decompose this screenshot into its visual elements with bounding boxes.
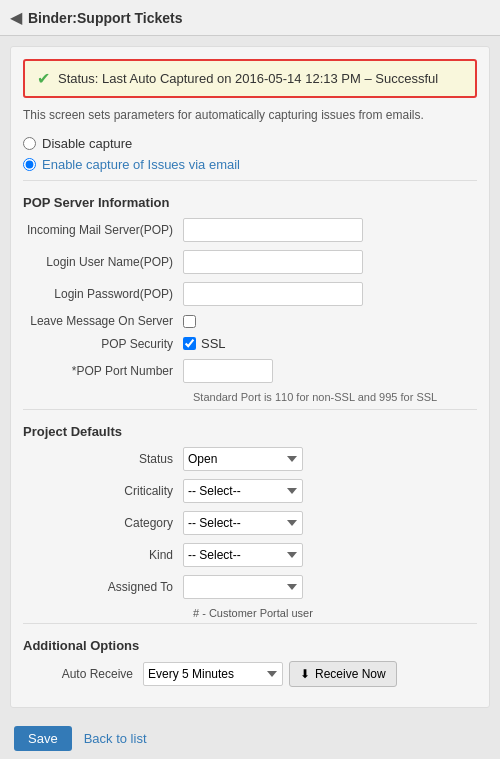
category-select[interactable]: -- Select-- bbox=[183, 511, 303, 535]
screen-description: This screen sets parameters for automati… bbox=[23, 108, 477, 122]
page-header: ◀ Binder:Support Tickets bbox=[0, 0, 500, 36]
status-row: Status Open bbox=[23, 447, 477, 471]
incoming-mail-input[interactable] bbox=[183, 218, 363, 242]
enable-capture-option[interactable]: Enable capture of Issues via email bbox=[23, 157, 477, 172]
project-defaults-title: Project Defaults bbox=[23, 424, 477, 439]
category-row: Category -- Select-- bbox=[23, 511, 477, 535]
receive-now-button[interactable]: ⬇ Receive Now bbox=[289, 661, 397, 687]
login-password-row: Login Password(POP) bbox=[23, 282, 477, 306]
incoming-mail-row: Incoming Mail Server(POP) bbox=[23, 218, 477, 242]
criticality-row: Criticality -- Select-- bbox=[23, 479, 477, 503]
back-icon[interactable]: ◀ bbox=[10, 8, 22, 27]
main-content: ✔ Status: Last Auto Captured on 2016-05-… bbox=[10, 46, 490, 708]
receive-now-icon: ⬇ bbox=[300, 667, 310, 681]
capture-options: Disable capture Enable capture of Issues… bbox=[23, 136, 477, 172]
disable-capture-radio[interactable] bbox=[23, 137, 36, 150]
criticality-label: Criticality bbox=[23, 484, 183, 498]
login-password-input[interactable] bbox=[183, 282, 363, 306]
auto-receive-row: Auto Receive Every 5 Minutes ⬇ Receive N… bbox=[23, 661, 477, 687]
ssl-option: SSL bbox=[183, 336, 226, 351]
assigned-to-label: Assigned To bbox=[23, 580, 183, 594]
assigned-to-select[interactable] bbox=[183, 575, 303, 599]
kind-select[interactable]: -- Select-- bbox=[183, 543, 303, 567]
pop-port-input[interactable] bbox=[183, 359, 273, 383]
disable-capture-option[interactable]: Disable capture bbox=[23, 136, 477, 151]
pop-section-title: POP Server Information bbox=[23, 195, 477, 210]
receive-now-label: Receive Now bbox=[315, 667, 386, 681]
kind-row: Kind -- Select-- bbox=[23, 543, 477, 567]
leave-message-row: Leave Message On Server bbox=[23, 314, 477, 328]
leave-message-checkbox[interactable] bbox=[183, 315, 196, 328]
save-button[interactable]: Save bbox=[14, 726, 72, 751]
pop-security-row: POP Security SSL bbox=[23, 336, 477, 351]
footer: Save Back to list bbox=[0, 718, 500, 759]
pop-port-hint: Standard Port is 110 for non-SSL and 995… bbox=[193, 391, 477, 403]
login-password-label: Login Password(POP) bbox=[23, 287, 183, 301]
status-label: Status bbox=[23, 452, 183, 466]
auto-receive-select[interactable]: Every 5 Minutes bbox=[143, 662, 283, 686]
pop-port-row: *POP Port Number bbox=[23, 359, 477, 383]
status-text: Status: Last Auto Captured on 2016-05-14… bbox=[58, 71, 438, 86]
ssl-label: SSL bbox=[201, 336, 226, 351]
login-user-label: Login User Name(POP) bbox=[23, 255, 183, 269]
assigned-to-hint: # - Customer Portal user bbox=[193, 607, 477, 619]
leave-message-label: Leave Message On Server bbox=[23, 314, 183, 328]
status-select[interactable]: Open bbox=[183, 447, 303, 471]
disable-capture-label: Disable capture bbox=[42, 136, 132, 151]
login-user-row: Login User Name(POP) bbox=[23, 250, 477, 274]
enable-capture-label: Enable capture of Issues via email bbox=[42, 157, 240, 172]
status-success-icon: ✔ bbox=[37, 69, 50, 88]
criticality-select[interactable]: -- Select-- bbox=[183, 479, 303, 503]
back-to-list-link[interactable]: Back to list bbox=[84, 731, 147, 746]
additional-options-title: Additional Options bbox=[23, 638, 477, 653]
category-label: Category bbox=[23, 516, 183, 530]
auto-receive-label: Auto Receive bbox=[23, 667, 143, 681]
status-banner: ✔ Status: Last Auto Captured on 2016-05-… bbox=[23, 59, 477, 98]
incoming-mail-label: Incoming Mail Server(POP) bbox=[23, 223, 183, 237]
ssl-checkbox[interactable] bbox=[183, 337, 196, 350]
assigned-to-row: Assigned To bbox=[23, 575, 477, 599]
page-title: Binder:Support Tickets bbox=[28, 10, 183, 26]
pop-port-label: *POP Port Number bbox=[23, 364, 183, 378]
login-user-input[interactable] bbox=[183, 250, 363, 274]
kind-label: Kind bbox=[23, 548, 183, 562]
enable-capture-radio[interactable] bbox=[23, 158, 36, 171]
pop-security-label: POP Security bbox=[23, 337, 183, 351]
